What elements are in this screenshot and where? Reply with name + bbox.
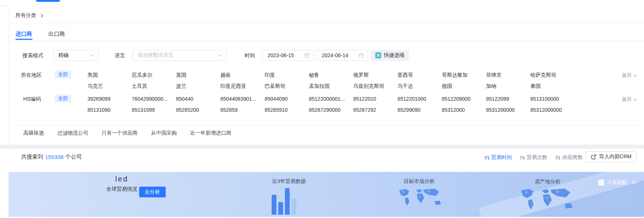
hs-code-item[interactable]: 85312000: [442, 107, 486, 113]
dont-remind-label: 不再提醒: [607, 179, 627, 186]
trade-bars-chart: [272, 187, 296, 215]
hs-code-item[interactable]: 8512209000: [442, 96, 486, 102]
region-item[interactable]: 巴基斯坦: [265, 83, 309, 90]
sort-supplier-count[interactable]: 供应商数: [555, 154, 583, 161]
dismiss-banner-group: 不再提醒 ✕: [598, 179, 636, 186]
hs-code-item[interactable]: 852859: [220, 107, 265, 113]
quick-options-button[interactable]: ⌘ 快捷选项: [371, 50, 409, 61]
chevron-down-icon: [218, 54, 222, 56]
hs-code-all-chip[interactable]: 全部: [55, 94, 71, 103]
hs-code-item[interactable]: 85285910: [265, 107, 309, 113]
dont-remind-checkbox[interactable]: [598, 180, 604, 186]
hs-code-item[interactable]: 8513100000: [530, 96, 575, 102]
hs-code-item[interactable]: 85044090: [265, 96, 309, 102]
region-expand-toggle[interactable]: 展开: [622, 72, 637, 79]
analysis-promo-banner: led 全球贸易情况 去分析 近3年贸易数据 目标市场分析 原产地分析: [8, 172, 644, 217]
calendar-icon: [304, 53, 310, 58]
hs-code-item[interactable]: 85122010: [353, 96, 397, 102]
hs-code-item[interactable]: 76042990000...: [132, 96, 176, 102]
hs-code-item[interactable]: 850440: [176, 96, 220, 102]
region-item[interactable]: 印度尼西亚: [220, 83, 265, 90]
region-item[interactable]: 波兰: [176, 83, 220, 90]
breadcrumb-label[interactable]: 所有分类: [16, 12, 36, 19]
region-item[interactable]: 厄瓜多尔: [132, 72, 176, 79]
start-date-input[interactable]: 2023-06-15: [262, 50, 314, 61]
results-count-prefix: 共搜索到: [21, 153, 43, 160]
region-item[interactable]: 哈萨克斯坦: [530, 72, 575, 79]
region-item[interactable]: 哥斯达黎加: [442, 72, 486, 79]
end-date-input[interactable]: 2024-06-14: [316, 50, 368, 61]
hs-code-item[interactable]: 85122099: [486, 96, 530, 102]
region-item[interactable]: 泰国: [530, 83, 575, 90]
active-tab-underline: [16, 39, 32, 40]
import-to-crm-button[interactable]: 导入内部CRM: [586, 151, 637, 162]
sort-trade-time-label: 贸易时间: [491, 154, 512, 161]
region-item[interactable]: 美国: [87, 72, 132, 79]
region-item[interactable]: 土耳其: [132, 83, 176, 90]
region-row-2: 乌克兰土耳其波兰印度尼西亚巴基斯坦孟加拉国乌兹别克斯坦乌干达德国加纳泰国: [87, 83, 575, 90]
breadcrumb[interactable]: 所有分类: [16, 12, 43, 19]
search-keyword: led: [92, 175, 151, 183]
chart-bar: [292, 198, 296, 215]
region-item[interactable]: 加纳: [486, 83, 530, 90]
advanced-filter-option[interactable]: 只有一个供应商: [101, 130, 138, 136]
search-mode-value: 精确: [58, 52, 69, 59]
region-item[interactable]: 秘鲁: [309, 72, 353, 79]
chevron-down-icon: [634, 75, 637, 77]
target-market-section-title: 目标市场分析: [390, 178, 449, 185]
region-all-chip[interactable]: 全部: [55, 70, 71, 79]
sort-supplier-count-label: 供应商数: [562, 154, 583, 161]
advanced-filter-option[interactable]: 近一年新增进口商: [190, 130, 231, 136]
language-select[interactable]: 请选择翻译语言: [132, 50, 227, 61]
left-gutter-top-divider: [0, 6, 8, 6]
quick-options-label: 快捷选项: [384, 52, 404, 59]
region-item[interactable]: 德国: [442, 83, 486, 90]
chevron-down-icon: [634, 98, 637, 101]
hs-code-item[interactable]: 39269099: [87, 96, 132, 102]
chart-bar: [278, 202, 283, 215]
hs-code-item[interactable]: 8512201000: [397, 96, 442, 102]
results-count-number: 155338: [45, 154, 63, 160]
chevron-right-icon: [41, 14, 43, 18]
sort-trade-count-label: 贸易次数: [527, 154, 547, 161]
hs-code-item[interactable]: 85299090: [397, 107, 442, 113]
region-label: 所在地区: [21, 72, 42, 79]
region-item[interactable]: 越南: [220, 72, 265, 79]
region-item[interactable]: 乌克兰: [87, 83, 132, 90]
advanced-filter-options: 过滤物流公司只有一个供应商从中国采购近一年新增进口商: [57, 130, 231, 136]
advanced-filter-option[interactable]: 过滤物流公司: [57, 130, 88, 136]
hs-code-expand-toggle[interactable]: 展开: [622, 96, 637, 103]
analyze-button[interactable]: 去分析: [139, 187, 166, 197]
hs-code-item[interactable]: 85122000001...: [309, 96, 353, 102]
hs-code-item[interactable]: 85312000000: [530, 107, 575, 113]
hs-code-item[interactable]: 85285200: [176, 107, 220, 113]
region-item[interactable]: 印度: [265, 72, 309, 79]
region-item[interactable]: 墨西哥: [397, 72, 442, 79]
region-item[interactable]: 乌干达: [397, 83, 442, 90]
tab-importers[interactable]: 进口商: [16, 31, 32, 38]
hs-code-item[interactable]: 85044083901...: [220, 96, 265, 102]
hs-code-item[interactable]: 85131099: [132, 107, 176, 113]
advanced-filter-option[interactable]: 从中国采购: [151, 130, 177, 136]
region-item[interactable]: 菲律宾: [486, 72, 530, 79]
hs-code-item[interactable]: 85131090: [87, 107, 132, 113]
region-item[interactable]: 英国: [176, 72, 220, 79]
sort-trade-time[interactable]: 贸易时间: [485, 154, 512, 161]
sort-trade-count[interactable]: 贸易次数: [520, 154, 547, 161]
hs-code-item[interactable]: 85287290000: [309, 107, 353, 113]
command-icon: ⌘: [375, 52, 381, 58]
hs-code-item[interactable]: 8531200000: [486, 107, 530, 113]
hs-code-item[interactable]: 85287292: [353, 107, 397, 113]
hs-code-label: HS编码: [23, 96, 41, 103]
hs-code-row-2: 8513109085131099852852008528598528591085…: [87, 107, 575, 113]
region-item[interactable]: 乌兹别克斯坦: [353, 83, 397, 90]
hs-code-expand-label: 展开: [622, 96, 632, 103]
world-map-graphic: [396, 186, 444, 209]
search-mode-select[interactable]: 精确: [54, 50, 99, 61]
region-item[interactable]: 俄罗斯: [353, 72, 397, 79]
tab-exporters[interactable]: 出口商: [48, 31, 65, 38]
close-icon[interactable]: ✕: [631, 180, 636, 186]
chart-bar: [272, 195, 276, 215]
trade-data-section-title: 近3年贸易数据: [259, 178, 318, 185]
region-item[interactable]: 孟加拉国: [309, 83, 353, 90]
